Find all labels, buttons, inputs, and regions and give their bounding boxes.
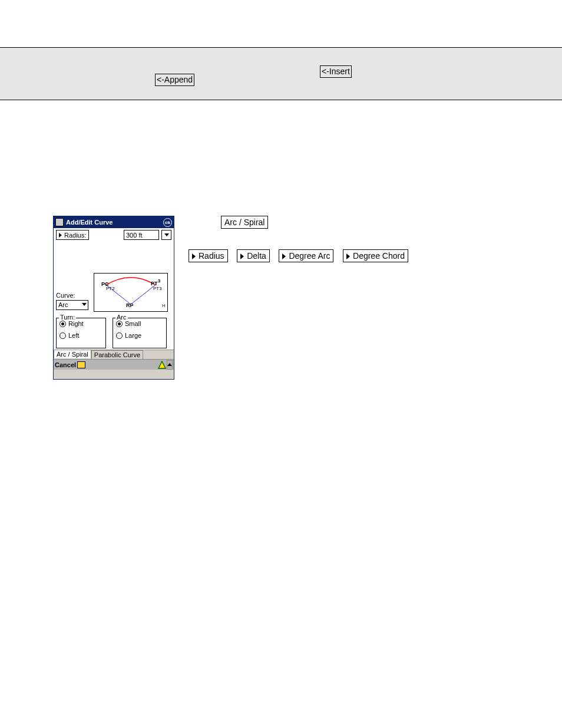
description-band: <-Insert <-Append bbox=[0, 47, 562, 100]
append-button-label: <-Append bbox=[155, 74, 194, 86]
insert-button-label: <-Insert bbox=[320, 65, 352, 78]
